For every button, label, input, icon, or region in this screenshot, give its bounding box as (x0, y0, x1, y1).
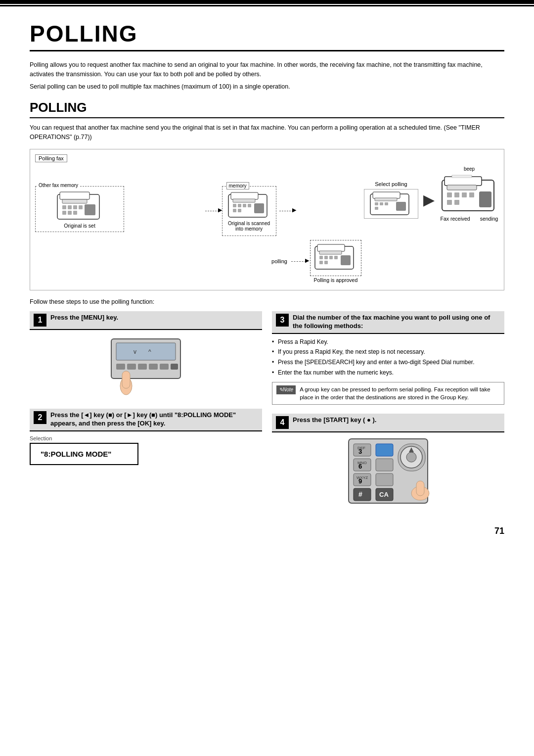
note-icon: ✎Note (276, 385, 296, 394)
svg-rect-45 (329, 256, 333, 259)
big-arrow-icon: ▶ (423, 191, 435, 208)
step-3-header: 3 Dial the number of the fax machine you… (272, 311, 504, 334)
step-3-bullets: Press a Rapid Key. If you press a Rapid … (272, 338, 504, 377)
note-box: ✎Note A group key can be pressed to perf… (272, 382, 504, 405)
svg-rect-10 (85, 204, 95, 215)
svg-rect-41 (317, 244, 345, 251)
svg-rect-19 (238, 209, 241, 212)
svg-rect-38 (479, 191, 491, 207)
steps-container: 1 Press the [MENU] key. v ^ (30, 311, 504, 516)
page-number: 71 (30, 526, 504, 536)
svg-rect-78 (376, 473, 393, 486)
fax-machine-center (227, 190, 271, 220)
svg-rect-59 (171, 364, 178, 370)
page-content: POLLING Polling allows you to request an… (0, 15, 534, 556)
svg-rect-12 (231, 192, 258, 199)
svg-text:6: 6 (358, 463, 362, 470)
svg-rect-6 (79, 205, 83, 209)
svg-rect-4 (68, 205, 72, 209)
svg-text:v: v (134, 348, 136, 355)
svg-rect-2 (62, 199, 87, 203)
svg-rect-58 (160, 364, 169, 370)
bullet-3: Press the [SPEED/SEARCH] key and enter a… (272, 358, 504, 367)
svg-rect-30 (445, 177, 482, 186)
step-2-block: 2 Press the [◄] key (■) or [►] key (■) u… (30, 409, 262, 465)
step-2-header: 2 Press the [◄] key (■) or [►] key (■) u… (30, 409, 262, 431)
polling-fax-label: Polling fax (35, 154, 67, 162)
intro-text-2: Serial polling can be used to poll multi… (30, 82, 504, 92)
svg-rect-14 (233, 204, 236, 207)
svg-rect-15 (238, 204, 241, 207)
step-2-title: Press the [◄] key (■) or [►] key (■) unt… (50, 411, 258, 428)
numeric-keypad-svg: DEF 3 MNO 6 (339, 436, 438, 506)
step-2-number: 2 (34, 411, 46, 424)
svg-rect-42 (319, 251, 342, 254)
svg-rect-31 (447, 185, 477, 190)
svg-rect-51 (116, 343, 176, 360)
svg-rect-26 (385, 202, 388, 205)
svg-rect-13 (233, 199, 255, 202)
svg-text:CA: CA (379, 491, 389, 498)
svg-rect-55 (127, 364, 136, 370)
svg-point-69 (406, 452, 416, 462)
steps-right: 3 Dial the number of the fax machine you… (272, 311, 504, 516)
svg-text:^: ^ (148, 348, 151, 355)
bullet-4: Enter the fax number with the numeric ke… (272, 369, 504, 377)
polling-label: polling (271, 258, 287, 264)
bullet-1: Press a Rapid Key. (272, 338, 504, 346)
fax-machine-polling-approved (313, 242, 358, 272)
svg-rect-47 (319, 261, 323, 264)
svg-rect-37 (454, 200, 459, 205)
note-text: A group key can be pressed to perform se… (300, 385, 500, 401)
svg-text:#: # (358, 490, 362, 498)
step-3-number: 3 (276, 314, 289, 327)
svg-rect-56 (138, 364, 147, 370)
svg-rect-25 (380, 202, 383, 205)
svg-rect-74 (376, 459, 393, 471)
svg-rect-36 (447, 200, 452, 205)
svg-rect-5 (73, 205, 77, 209)
memory-label: memory (226, 182, 249, 189)
follow-steps-text: Follow these steps to use the polling fu… (30, 298, 504, 305)
svg-rect-20 (254, 203, 264, 213)
diagram-area: Polling fax Other fax memory (30, 149, 504, 290)
svg-rect-35 (469, 192, 474, 197)
mode-display-box: "8:POLLING MODE" (30, 443, 138, 465)
other-fax-memory-label: Other fax memory (38, 183, 79, 188)
top-border2 (0, 5, 534, 6)
select-polling-label: Select polling (375, 181, 407, 187)
intro-text-1: Polling allows you to request another fa… (30, 60, 504, 79)
svg-rect-46 (334, 256, 338, 259)
svg-rect-84 (416, 481, 424, 496)
other-fax-region: Other fax memory (35, 186, 124, 232)
step-4-header: 4 Press the [START] key ( ● ). (272, 414, 504, 432)
svg-rect-43 (319, 256, 323, 259)
step-1-header: 1 Press the [MENU] key. (30, 311, 262, 330)
fax-machine-left (55, 189, 104, 222)
step-1-title: Press the [MENU] key. (50, 314, 118, 322)
step-4-number: 4 (276, 416, 289, 429)
fax-machine-right-top (440, 173, 499, 215)
bullet-2: If you press a Rapid Key, the next step … (272, 348, 504, 356)
section-title: POLLING (30, 100, 504, 118)
svg-rect-39 (452, 175, 472, 178)
fax-received-label: Fax received (441, 216, 470, 222)
main-title: POLLING (30, 20, 504, 51)
svg-rect-66 (376, 444, 393, 456)
svg-rect-27 (375, 207, 378, 210)
mode-display-text: "8:POLLING MODE" (41, 450, 111, 458)
step-1-block: 1 Press the [MENU] key. v ^ (30, 311, 262, 400)
svg-rect-3 (62, 205, 66, 209)
memory-region: memory Origi (222, 186, 276, 236)
svg-rect-54 (116, 364, 125, 370)
svg-rect-32 (447, 192, 452, 197)
original-is-set-label: Original is set (64, 223, 95, 229)
svg-rect-9 (73, 211, 77, 215)
svg-rect-48 (324, 261, 328, 264)
svg-rect-44 (324, 256, 328, 259)
step-4-title: Press the [START] key ( ● ). (293, 416, 376, 425)
step-3-block: 3 Dial the number of the fax machine you… (272, 311, 504, 405)
svg-rect-57 (149, 364, 158, 370)
svg-rect-16 (243, 204, 246, 207)
svg-rect-61 (122, 371, 130, 388)
